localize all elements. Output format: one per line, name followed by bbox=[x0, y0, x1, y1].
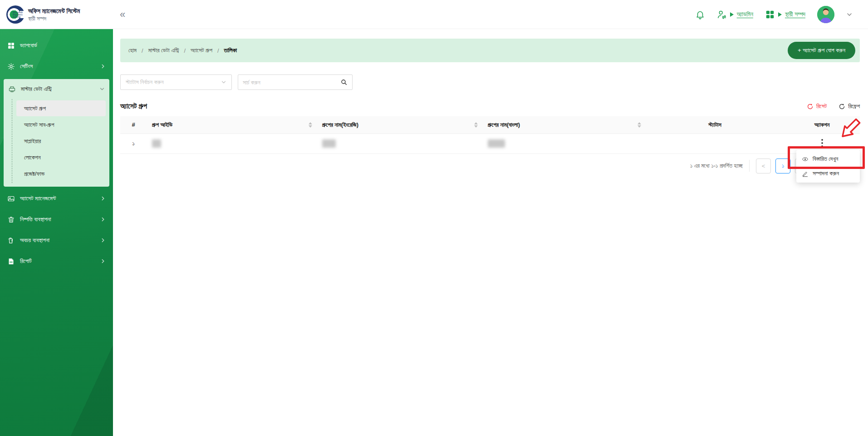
col-status: স্ট্যাটাস bbox=[646, 116, 784, 134]
breadcrumb-home[interactable]: হোম bbox=[128, 47, 137, 54]
cell-group-id bbox=[147, 134, 317, 154]
breadcrumb-master-data-entry[interactable]: মাস্টার ডেটা এন্ট্রি bbox=[148, 47, 179, 54]
status-select-placeholder: স্ট্যাটাস নির্বাচন করুন bbox=[126, 79, 163, 86]
dots-vertical-icon bbox=[821, 139, 823, 147]
report-icon bbox=[7, 258, 15, 265]
user-switch-icon[interactable] bbox=[717, 10, 727, 20]
col-action: অ্যাকশন bbox=[784, 116, 860, 134]
chevron-down-icon bbox=[99, 86, 105, 92]
sidebar-item-master-data-entry[interactable]: মাস্টার ডেটা এন্ট্রি bbox=[4, 79, 109, 99]
refresh-icon bbox=[839, 103, 845, 110]
table-title: অ্যাসেট গ্রুপ bbox=[120, 102, 147, 110]
pagination-prev-button[interactable]: < bbox=[756, 159, 771, 173]
gear-icon bbox=[7, 63, 15, 70]
app-title-block: অফিস ম্যানেজমেন্ট সিস্টেম স্থায়ী সম্পদ bbox=[28, 7, 80, 22]
pagination-summary: ১ এর মধ্যে ১-১ প্রদর্শিত হচ্ছে bbox=[690, 162, 743, 169]
menu-item-view-details[interactable]: বিস্তারিত দেখুন bbox=[796, 152, 860, 166]
sort-up-icon bbox=[638, 122, 641, 124]
admin-link[interactable]: অ্যাডমিন bbox=[737, 11, 753, 18]
depreciation-icon bbox=[7, 237, 15, 244]
app-logo: Microcredit Regulatory Authority অফিস ম্… bbox=[6, 5, 110, 24]
row-actions-dropdown: বিস্তারিত দেখুন সম্পাদনা করুন bbox=[796, 150, 860, 183]
col-group-name-en[interactable]: গ্রুপের নাম(ইংরেজি) bbox=[317, 116, 482, 134]
sort-down-icon bbox=[309, 125, 312, 128]
row-actions-menu-button[interactable] bbox=[818, 138, 827, 149]
redacted-name-bn bbox=[488, 139, 505, 148]
breadcrumb-band: হোম / মাস্টার ডেটা এন্ট্রি / অ্যাসেট গ্র… bbox=[120, 39, 860, 62]
col-label: গ্রুপ আইডি bbox=[152, 121, 172, 128]
mra-logo-icon: Microcredit Regulatory Authority bbox=[6, 5, 25, 24]
sort-icons[interactable] bbox=[474, 122, 478, 128]
sidebar-subitem-asset-sub-group[interactable]: অ্যাসেট সাব-গ্রুপ bbox=[16, 117, 106, 133]
refresh-button[interactable]: রিফ্রেশ bbox=[839, 103, 860, 110]
add-asset-group-button[interactable]: + অ্যাসেট গ্রুপ যোগ করুন bbox=[788, 42, 855, 59]
sidebar-item-dashboard[interactable]: ড্যাশবোর্ড bbox=[0, 36, 113, 54]
asset-group-table: # গ্রুপ আইডি গ্রুপের নাম(ইংরেজি) bbox=[120, 116, 860, 154]
table-toolbar: অ্যাসেট গ্রুপ রিসেট রিফ্রেশ bbox=[120, 102, 860, 110]
chevron-right-icon bbox=[100, 258, 106, 264]
search-input[interactable] bbox=[243, 79, 337, 86]
sort-icons[interactable] bbox=[309, 122, 312, 128]
col-serial: # bbox=[120, 116, 147, 134]
sidebar-item-asset-management[interactable]: অ্যাসেট ম্যানেজমেন্ট bbox=[0, 189, 113, 208]
menu-item-edit[interactable]: সম্পাদনা করুন bbox=[796, 166, 860, 181]
sort-icons[interactable] bbox=[638, 122, 641, 128]
page: Microcredit Regulatory Authority অফিস ম্… bbox=[0, 0, 868, 436]
cell-serial: ১ bbox=[120, 134, 147, 154]
caret-right-icon bbox=[730, 12, 734, 17]
pagination-page-1-button[interactable]: ১ bbox=[775, 159, 790, 173]
sort-up-icon bbox=[474, 122, 478, 124]
sidebar-item-label: অবচয় ব্যবস্থাপনা bbox=[20, 237, 95, 244]
col-group-id[interactable]: গ্রুপ আইডি bbox=[147, 116, 317, 134]
logo-text: Microcredit Regulatory Authority bbox=[13, 11, 25, 18]
sidebar-group-master-data-entry: মাস্টার ডেটা এন্ট্রি অ্যাসেট গ্রুপ অ্যাস… bbox=[4, 79, 109, 187]
sidebar-subitem-location[interactable]: লোকেশন bbox=[16, 149, 106, 165]
sidebar-subitem-asset-group[interactable]: অ্যাসেট গ্রুপ bbox=[16, 100, 106, 116]
top-header: Microcredit Regulatory Authority অফিস ম্… bbox=[0, 0, 868, 29]
redacted-name-en bbox=[322, 139, 336, 148]
sidebar: ড্যাশবোর্ড সেটিংস মাস্টার ডেটা এন্ট্রি অ… bbox=[0, 29, 113, 436]
pagination-divider bbox=[749, 160, 750, 172]
menu-item-label: বিস্তারিত দেখুন bbox=[813, 155, 838, 163]
sort-down-icon bbox=[474, 125, 478, 128]
breadcrumb-separator: / bbox=[217, 47, 219, 54]
sidebar-subitem-project-fund[interactable]: প্রজেক্ট/ফান্ড bbox=[16, 166, 106, 182]
asset-management-icon bbox=[7, 195, 15, 203]
sidebar-item-label: সেটিংস bbox=[20, 63, 95, 70]
sidebar-item-depreciation-management[interactable]: অবচয় ব্যবস্থাপনা bbox=[0, 231, 113, 249]
cell-group-name-en bbox=[317, 134, 482, 154]
sidebar-item-label: নিষ্পত্তি ব্যবস্থাপনা bbox=[20, 216, 95, 223]
module-link[interactable]: স্থায়ী সম্পদ bbox=[785, 11, 805, 18]
reset-button[interactable]: রিসেট bbox=[807, 103, 827, 110]
breadcrumb-separator: / bbox=[142, 47, 143, 54]
reset-icon bbox=[807, 103, 814, 110]
sidebar-item-label: রিপোর্ট bbox=[20, 258, 95, 265]
breadcrumb-separator: / bbox=[184, 47, 186, 54]
search-icon[interactable] bbox=[340, 79, 348, 86]
col-group-name-bn[interactable]: গ্রুপের নাম(বাংলা) bbox=[482, 116, 646, 134]
cell-status bbox=[646, 134, 784, 154]
sidebar-item-disposal-management[interactable]: নিষ্পত্তি ব্যবস্থাপনা bbox=[0, 210, 113, 228]
sort-up-icon bbox=[309, 122, 312, 124]
pencil-icon bbox=[802, 170, 809, 177]
select-chevron-down-icon bbox=[221, 79, 226, 85]
main-content: হোম / মাস্টার ডেটা এন্ট্রি / অ্যাসেট গ্র… bbox=[113, 29, 868, 436]
notification-bell-icon[interactable] bbox=[695, 10, 705, 20]
sidebar-item-label: ড্যাশবোর্ড bbox=[20, 42, 106, 49]
breadcrumb-current: তালিকা bbox=[224, 47, 237, 54]
sidebar-collapse-icon[interactable]: « bbox=[120, 10, 125, 19]
apps-grid-icon[interactable] bbox=[765, 10, 775, 20]
chevron-down-icon[interactable] bbox=[846, 11, 853, 18]
chevron-right-icon bbox=[100, 238, 106, 243]
user-avatar[interactable] bbox=[817, 6, 834, 23]
breadcrumb-asset-group[interactable]: অ্যাসেট গ্রুপ bbox=[191, 47, 212, 54]
breadcrumb: হোম / মাস্টার ডেটা এন্ট্রি / অ্যাসেট গ্র… bbox=[128, 47, 237, 54]
sidebar-item-settings[interactable]: সেটিংস bbox=[0, 57, 113, 75]
sidebar-subitem-supplier[interactable]: সাপ্লাইয়ার bbox=[16, 133, 106, 149]
sidebar-item-report[interactable]: রিপোর্ট bbox=[0, 252, 113, 270]
table-row: ১ bbox=[120, 134, 860, 154]
app-title: অফিস ম্যানেজমেন্ট সিস্টেম bbox=[28, 7, 80, 15]
status-select[interactable]: স্ট্যাটাস নির্বাচন করুন bbox=[120, 74, 232, 90]
sidebar-item-label: মাস্টার ডেটা এন্ট্রি bbox=[21, 85, 94, 93]
filter-bar: স্ট্যাটাস নির্বাচন করুন bbox=[120, 74, 860, 90]
